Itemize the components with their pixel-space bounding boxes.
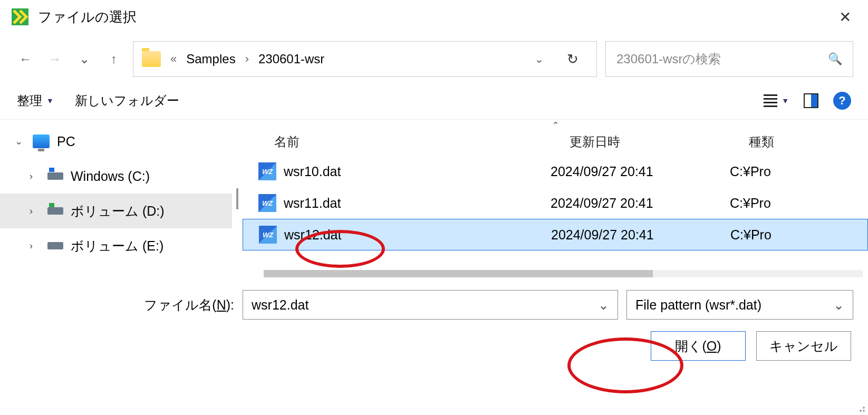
chevron-down-icon[interactable]: ⌄: [833, 297, 844, 313]
drive-icon: [47, 242, 63, 249]
file-list: ⌃ 名前 更新日時 種類 WZwsr10.dat 2024/09/27 20:4…: [243, 120, 868, 277]
expand-icon[interactable]: ›: [30, 240, 40, 252]
view-menu[interactable]: ▼: [764, 94, 789, 107]
splitter[interactable]: [232, 120, 243, 277]
open-button[interactable]: 開く(O): [651, 331, 746, 361]
chevron-right-icon: ›: [242, 52, 252, 66]
breadcrumb-item[interactable]: 230601-wsr: [258, 52, 324, 66]
expand-icon[interactable]: ›: [30, 171, 40, 182]
preview-pane-button[interactable]: [804, 93, 818, 108]
breadcrumb-item[interactable]: Samples: [186, 52, 235, 66]
filename-label: ファイル名(N):: [15, 296, 234, 314]
filename-input[interactable]: wsr12.dat ⌄: [243, 290, 618, 320]
tree-node-drive-e[interactable]: › ボリューム (E:): [0, 228, 232, 263]
folder-icon: [142, 51, 161, 67]
expand-icon[interactable]: ›: [30, 206, 40, 217]
tree-node-drive-c[interactable]: › Windows (C:): [0, 159, 232, 194]
close-button[interactable]: ✕: [833, 8, 857, 26]
help-button[interactable]: ?: [833, 92, 851, 110]
up-button[interactable]: ↑: [103, 49, 124, 70]
list-view-icon: [764, 94, 777, 107]
drive-icon: [47, 172, 63, 180]
breadcrumb[interactable]: « Samples › 230601-wsr ⌄ ↻: [133, 41, 597, 77]
resize-grip[interactable]: [856, 403, 866, 413]
file-icon: WZ: [258, 162, 276, 180]
refresh-button[interactable]: ↻: [557, 51, 588, 67]
tree-node-drive-d[interactable]: › ボリューム (D:): [0, 194, 232, 228]
nav-row: ← → ⌄ ↑ « Samples › 230601-wsr ⌄ ↻ 23060…: [0, 32, 868, 86]
drive-icon: [47, 207, 63, 215]
app-icon: [11, 7, 30, 26]
file-row[interactable]: WZwsr12.dat 2024/09/27 20:41 C:¥Pro: [243, 219, 868, 250]
file-row[interactable]: WZwsr11.dat 2024/09/27 20:41 C:¥Pro: [243, 187, 868, 219]
filetype-select[interactable]: File pattern (wsr*.dat) ⌄: [626, 290, 853, 320]
search-input[interactable]: 230601-wsrの検索 🔍: [605, 41, 853, 77]
scroll-up-icon[interactable]: ⌃: [243, 120, 868, 130]
recent-dropdown[interactable]: ⌄: [74, 49, 95, 70]
breadcrumb-prefix: «: [167, 52, 180, 66]
column-name[interactable]: 名前: [274, 133, 570, 150]
cancel-button[interactable]: キャンセル: [756, 331, 851, 361]
breadcrumb-dropdown[interactable]: ⌄: [527, 53, 551, 65]
search-placeholder: 230601-wsrの検索: [616, 51, 828, 67]
bottom-panel: ファイル名(N): wsr12.dat ⌄ File pattern (wsr*…: [0, 277, 868, 369]
title-bar: ファイルの選択 ✕: [0, 0, 868, 32]
new-folder-button[interactable]: 新しいフォルダー: [75, 92, 179, 109]
forward-button[interactable]: →: [44, 49, 65, 70]
file-icon: WZ: [259, 226, 277, 244]
back-button[interactable]: ←: [15, 49, 36, 70]
file-icon: WZ: [258, 194, 276, 212]
toolbar: 整理▼ 新しいフォルダー ▼ ?: [0, 86, 868, 119]
column-modified[interactable]: 更新日時: [570, 133, 749, 150]
window-title: ファイルの選択: [38, 8, 137, 26]
search-icon: 🔍: [828, 52, 842, 66]
column-type[interactable]: 種類: [749, 133, 868, 150]
collapse-icon[interactable]: ⌄: [15, 136, 25, 147]
chevron-down-icon[interactable]: ⌄: [598, 297, 609, 313]
horizontal-scrollbar[interactable]: [264, 270, 863, 277]
column-headers: 名前 更新日時 種類: [243, 130, 868, 156]
pc-icon: [33, 134, 50, 148]
organize-menu[interactable]: 整理▼: [17, 92, 54, 109]
nav-tree: ⌄ PC › Windows (C:) › ボリューム (D:) › ボリューム…: [0, 120, 232, 277]
tree-node-pc[interactable]: ⌄ PC: [0, 124, 232, 159]
file-row[interactable]: WZwsr10.dat 2024/09/27 20:41 C:¥Pro: [243, 156, 868, 187]
